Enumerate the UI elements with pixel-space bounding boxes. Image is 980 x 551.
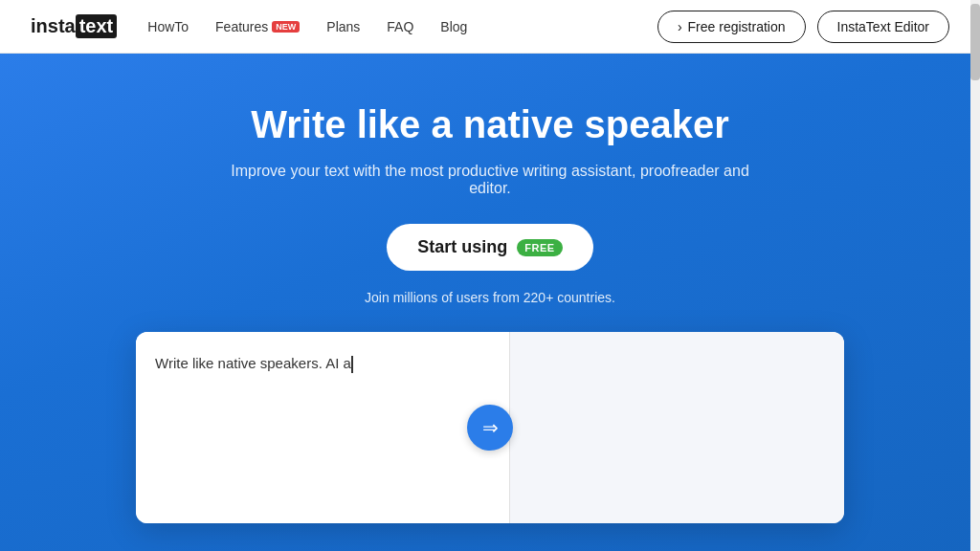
logo-text: text: [76, 14, 118, 38]
start-using-button[interactable]: Start using FREE: [387, 224, 592, 271]
nav-faq[interactable]: FAQ: [387, 19, 413, 34]
editor-left-panel[interactable]: Write like native speakers. AI a: [136, 332, 510, 523]
free-registration-arrow-icon: ›: [678, 19, 682, 34]
arrow-button[interactable]: ⇒: [467, 405, 513, 451]
hero-join-text: Join millions of users from 220+ countri…: [365, 290, 615, 305]
nav-blog[interactable]: Blog: [440, 19, 467, 34]
nav-howto[interactable]: HowTo: [147, 19, 189, 34]
hero-section: Write like a native speaker Improve your…: [0, 54, 980, 551]
text-cursor: [351, 356, 353, 373]
editor-right-panel: [510, 332, 845, 523]
editor-button[interactable]: InstaText Editor: [817, 11, 950, 43]
arrow-icon: ⇒: [482, 416, 499, 439]
nav-plans[interactable]: Plans: [326, 19, 360, 34]
logo: insta text: [31, 14, 117, 38]
free-registration-button[interactable]: › Free registration: [657, 11, 806, 43]
nav-features-label: Features: [215, 19, 268, 34]
editor-input-text: Write like native speakers. AI a: [155, 355, 351, 371]
navbar-right: › Free registration InstaText Editor: [657, 11, 949, 43]
free-registration-label: Free registration: [688, 19, 786, 34]
nav-features[interactable]: Features NEW: [215, 19, 300, 34]
editor-container: Write like native speakers. AI a ⇒: [136, 332, 844, 523]
scrollbar-thumb: [970, 4, 980, 80]
scrollbar[interactable]: [970, 0, 980, 551]
start-using-label: Start using: [417, 237, 507, 257]
hero-title: Write like a native speaker: [251, 101, 729, 147]
navbar-left: insta text HowTo Features NEW Plans FAQ …: [31, 14, 467, 38]
hero-subtitle: Improve your text with the most producti…: [222, 163, 758, 197]
nav-links: HowTo Features NEW Plans FAQ Blog: [147, 19, 467, 34]
new-badge: NEW: [272, 21, 300, 33]
free-tag: FREE: [517, 239, 562, 256]
navbar: insta text HowTo Features NEW Plans FAQ …: [0, 0, 980, 54]
logo-insta: insta: [31, 15, 76, 37]
